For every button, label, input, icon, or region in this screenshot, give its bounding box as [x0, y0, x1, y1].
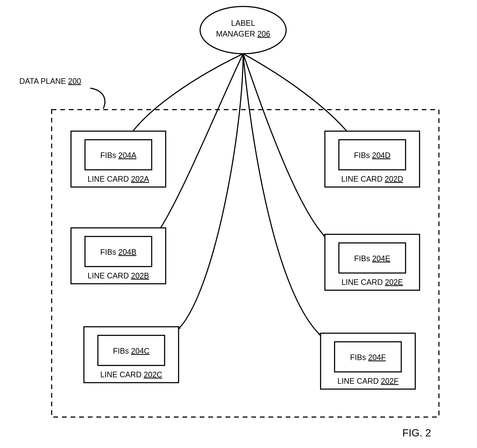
fib-label-a: FIBs 204A — [100, 151, 137, 160]
figure-caption: FIG. 2 — [402, 427, 431, 439]
label-manager-node: LABEL MANAGER 206 — [200, 6, 286, 54]
label-manager-title-line1: LABEL — [231, 19, 255, 28]
card-label-e: LINE CARD 202E — [341, 278, 403, 286]
fib-label-c: FIBs 204C — [113, 347, 149, 355]
line-card-f: FIBs 204F LINE CARD 202F — [321, 333, 415, 389]
line-card-b: FIBs 204B LINE CARD 202B — [71, 228, 166, 284]
connector-arrows — [131, 54, 349, 335]
label-manager-title-line2: MANAGER 206 — [216, 29, 270, 38]
fib-label-b: FIBs 204B — [100, 248, 137, 256]
data-plane-label-group: DATA PLANE 200 — [19, 77, 105, 109]
card-label-b: LINE CARD 202B — [88, 271, 149, 280]
line-card-a: FIBs 204A LINE CARD 202A — [71, 131, 166, 187]
fib-label-d: FIBs 204D — [354, 151, 391, 160]
card-label-a: LINE CARD 202A — [88, 175, 149, 183]
card-label-d: LINE CARD 202D — [341, 175, 403, 183]
line-card-e: FIBs 204E LINE CARD 202E — [325, 234, 420, 290]
fib-label-e: FIBs 204E — [354, 254, 390, 263]
line-card-c: FIBs 204C LINE CARD 202C — [84, 327, 179, 383]
card-label-c: LINE CARD 202C — [100, 370, 162, 379]
card-label-f: LINE CARD 202F — [337, 377, 399, 385]
data-plane-label: DATA PLANE 200 — [19, 77, 81, 86]
diagram-canvas: LABEL MANAGER 206 DATA PLANE 200 FIBs 20… — [0, 0, 477, 448]
line-card-d: FIBs 204D LINE CARD 202D — [325, 131, 420, 187]
fib-label-f: FIBs 204F — [350, 353, 386, 362]
